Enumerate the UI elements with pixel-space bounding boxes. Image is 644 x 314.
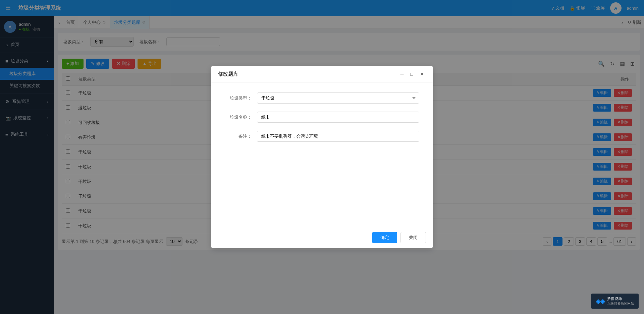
modal-minimize-btn[interactable]: ─ xyxy=(398,71,406,77)
watermark-subtitle: 互联网资源的网站 xyxy=(607,301,634,306)
form-remark-label: 备注： xyxy=(225,133,252,139)
modal-spacer xyxy=(211,160,433,227)
form-name-input[interactable] xyxy=(257,112,419,123)
modal-dialog: 修改题库 ─ □ ✕ 垃圾类型： 干垃圾 湿垃圾 可回收垃圾 有害垃圾 xyxy=(211,66,433,248)
modal-close-btn[interactable]: ✕ xyxy=(418,71,426,77)
confirm-button[interactable]: 确定 xyxy=(372,232,397,243)
modal-header: 修改题库 ─ □ ✕ xyxy=(211,66,433,82)
close-footer-button[interactable]: 关闭 xyxy=(400,232,426,243)
form-type-select[interactable]: 干垃圾 湿垃圾 可回收垃圾 有害垃圾 xyxy=(257,92,419,104)
modal-footer: 确定 关闭 xyxy=(211,227,433,248)
watermark-text: 撸撸资源 xyxy=(607,296,634,301)
watermark-logo: ◈◈ xyxy=(596,298,605,305)
form-row-remark: 备注： xyxy=(225,131,419,142)
form-type-label: 垃圾类型： xyxy=(225,95,252,101)
modal-overlay[interactable]: 修改题库 ─ □ ✕ 垃圾类型： 干垃圾 湿垃圾 可回收垃圾 有害垃圾 xyxy=(0,0,644,314)
form-row-name: 垃圾名称： xyxy=(225,112,419,123)
form-row-type: 垃圾类型： 干垃圾 湿垃圾 可回收垃圾 有害垃圾 xyxy=(225,92,419,104)
modal-body: 垃圾类型： 干垃圾 湿垃圾 可回收垃圾 有害垃圾 垃圾名称： 备注： xyxy=(211,82,433,160)
modal-maximize-btn[interactable]: □ xyxy=(409,71,415,77)
watermark: ◈◈ 撸撸资源 互联网资源的网站 xyxy=(591,294,639,309)
form-remark-input[interactable] xyxy=(257,131,419,142)
modal-title: 修改题库 xyxy=(218,71,238,77)
form-name-label: 垃圾名称： xyxy=(225,114,252,120)
